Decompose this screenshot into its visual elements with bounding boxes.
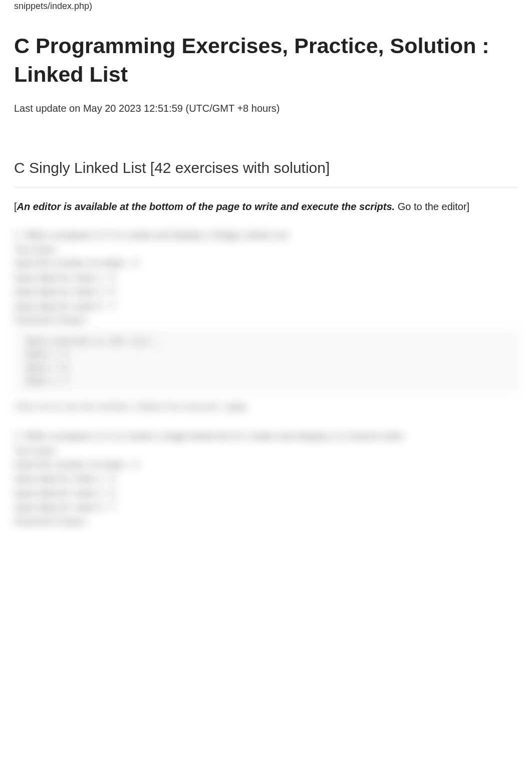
input-line: Input data for node 2 : 6 [14,285,518,299]
editor-note-tail: Go to the editor] [395,201,469,212]
editor-note-strong: An editor is available at the bottom of … [17,201,395,212]
test-data-label: Test Data : [14,244,518,255]
expected-output-label: Expected Output : [14,314,518,325]
expected-output-label: Expected Output : [14,516,518,527]
exercise-text: Write a program in C to create a singly … [25,431,405,441]
exercise-number: 1. [14,230,22,240]
exercise-block: 2. Write a program in C to create a sing… [14,429,518,527]
exercise-prompt: 1. Write a program in C to create and di… [14,228,518,243]
exercise-block: 1. Write a program in C to create and di… [14,228,518,413]
input-line: Input the number of nodes : 3 [14,458,518,472]
input-line: Input data for node 2 : 6 [14,486,518,501]
input-line: Input data for node 3 : 7 [14,500,518,515]
input-line: Input data for node 1 : 5 [14,472,518,486]
expected-output-box: Data entered in the list : Data = 5 Data… [14,329,518,393]
input-line: Input the number of nodes : 3 [14,256,518,271]
exercise-text: Write a program in C to create and displ… [25,230,290,240]
input-line: Input data for node 1 : 5 [14,271,518,285]
section-heading: C Singly Linked List [42 exercises with … [14,159,518,176]
section-divider [14,186,518,188]
breadcrumb-tail: snippets/index.php) [14,0,518,32]
blurred-content-region: 1. Write a program in C to create and di… [14,228,518,527]
click-solution-note: Click me to see the solution | Attach th… [14,401,518,412]
page-title: C Programming Exercises, Practice, Solut… [14,32,518,89]
test-data-label: Test Data : [14,446,518,457]
last-update: Last update on May 20 2023 12:51:59 (UTC… [14,103,518,114]
exercise-prompt: 2. Write a program in C to create a sing… [14,429,518,444]
input-line: Input data for node 3 : 7 [14,299,518,314]
exercise-number: 2. [14,431,22,441]
editor-note: [An editor is available at the bottom of… [14,200,518,214]
